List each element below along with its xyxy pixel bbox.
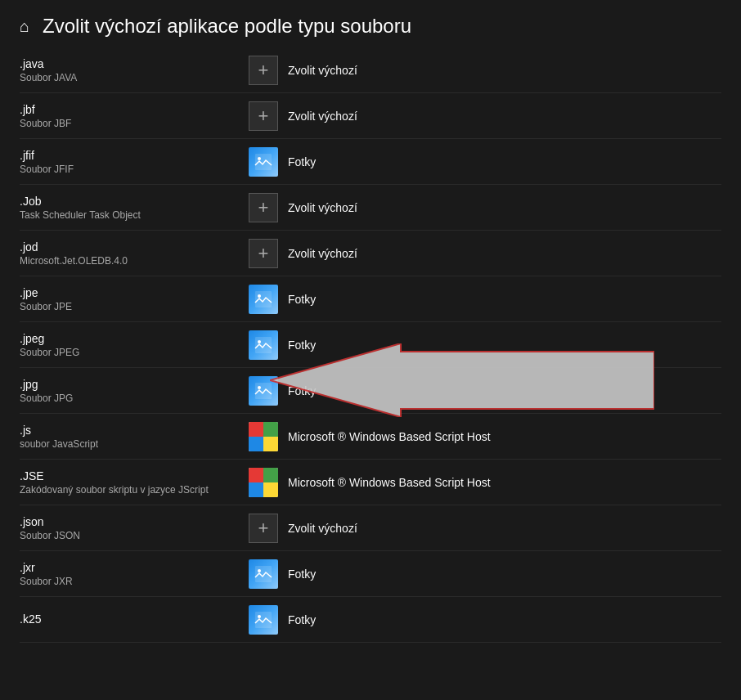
app-name-label: Fotky: [288, 293, 316, 306]
svg-point-3: [258, 294, 261, 298]
add-app-icon[interactable]: [249, 56, 278, 85]
file-description: Microsoft.Jet.OLEDB.4.0: [20, 255, 249, 267]
app-name-label: Zvolit výchozí: [288, 247, 357, 260]
app-name-label: Microsoft ® Windows Based Script Host: [288, 476, 491, 489]
file-extension: .java: [20, 57, 249, 70]
file-description: Soubor JXR: [20, 576, 249, 587]
photos-app-icon: [249, 147, 278, 177]
file-extension: .jpe: [20, 286, 249, 299]
app-name-label: Fotky: [288, 568, 316, 581]
add-app-icon[interactable]: [249, 514, 278, 543]
file-description: Soubor JAVA: [20, 72, 249, 83]
photos-app-icon: [249, 559, 278, 589]
list-item[interactable]: .JSEZakódovaný soubor skriptu v jazyce J…: [20, 460, 721, 505]
app-name-label: Zvolit výchozí: [288, 522, 357, 535]
file-description: Soubor JFIF: [20, 164, 249, 175]
list-item[interactable]: .jfifSoubor JFIF Fotky: [20, 139, 721, 185]
file-extension: .jfif: [20, 149, 249, 162]
home-icon[interactable]: ⌂: [20, 17, 29, 36]
file-extension: .Job: [20, 195, 249, 208]
file-description: Task Scheduler Task Object: [20, 209, 249, 221]
photos-app-icon: [249, 376, 278, 406]
list-item[interactable]: .jsonSoubor JSONZvolit výchozí: [20, 505, 721, 551]
list-item[interactable]: .jbfSoubor JBFZvolit výchozí: [20, 93, 721, 139]
script-host-icon: [249, 468, 278, 497]
list-item[interactable]: .jssoubor JavaScriptMicrosoft ® Windows …: [20, 414, 721, 460]
add-app-icon[interactable]: [249, 101, 278, 131]
file-type-list: .javaSoubor JAVAZvolit výchozí.jbfSoubor…: [0, 47, 741, 643]
file-description: Soubor JSON: [20, 530, 249, 541]
file-extension: .JSE: [20, 469, 249, 482]
app-name-label: Fotky: [288, 613, 316, 626]
svg-point-1: [258, 157, 261, 160]
list-item[interactable]: .jodMicrosoft.Jet.OLEDB.4.0Zvolit výchoz…: [20, 231, 721, 276]
file-extension: .js: [20, 424, 249, 437]
add-app-icon[interactable]: [249, 193, 278, 222]
file-extension: .jod: [20, 240, 249, 254]
file-extension: .jbf: [20, 103, 249, 116]
list-item[interactable]: .JobTask Scheduler Task ObjectZvolit výc…: [20, 185, 721, 231]
file-description: Soubor JPEG: [20, 347, 249, 358]
photos-app-icon: [249, 330, 278, 360]
file-extension: .k25: [20, 612, 249, 626]
svg-point-7: [258, 386, 261, 389]
file-description: Zakódovaný soubor skriptu v jazyce JScri…: [20, 484, 249, 496]
svg-point-11: [258, 615, 261, 618]
app-name-label: Fotky: [288, 155, 316, 168]
photos-app-icon: [249, 285, 278, 314]
app-name-label: Microsoft ® Windows Based Script Host: [288, 430, 491, 443]
file-description: soubor JavaScript: [20, 438, 249, 450]
script-host-icon: [249, 422, 278, 451]
photos-app-icon: [249, 605, 278, 635]
file-description: Soubor JPE: [20, 301, 249, 312]
list-item[interactable]: .k25 Fotky: [20, 597, 721, 643]
list-item[interactable]: .jpgSoubor JPG Fotky: [20, 368, 721, 414]
page-title: Zvolit výchozí aplikace podle typu soubo…: [43, 15, 411, 38]
add-app-icon[interactable]: [249, 239, 278, 268]
file-description: Soubor JPG: [20, 393, 249, 404]
list-item[interactable]: .javaSoubor JAVAZvolit výchozí: [20, 47, 721, 93]
app-name-label: Zvolit výchozí: [288, 64, 357, 77]
list-item[interactable]: .jxrSoubor JXR Fotky: [20, 551, 721, 597]
file-extension: .json: [20, 515, 249, 528]
app-name-label: Zvolit výchozí: [288, 201, 357, 214]
file-extension: .jpg: [20, 378, 249, 391]
file-extension: .jpeg: [20, 332, 249, 345]
svg-point-9: [258, 569, 261, 572]
svg-point-5: [258, 340, 261, 343]
file-description: Soubor JBF: [20, 118, 249, 129]
app-name-label: Zvolit výchozí: [288, 110, 357, 123]
list-item[interactable]: .jpegSoubor JPEG Fotky: [20, 322, 721, 368]
app-name-label: Fotky: [288, 384, 316, 397]
page-header: ⌂ Zvolit výchozí aplikace podle typu sou…: [0, 0, 741, 47]
file-extension: .jxr: [20, 561, 249, 574]
list-item[interactable]: .jpeSoubor JPE Fotky: [20, 276, 721, 322]
app-name-label: Fotky: [288, 339, 316, 352]
